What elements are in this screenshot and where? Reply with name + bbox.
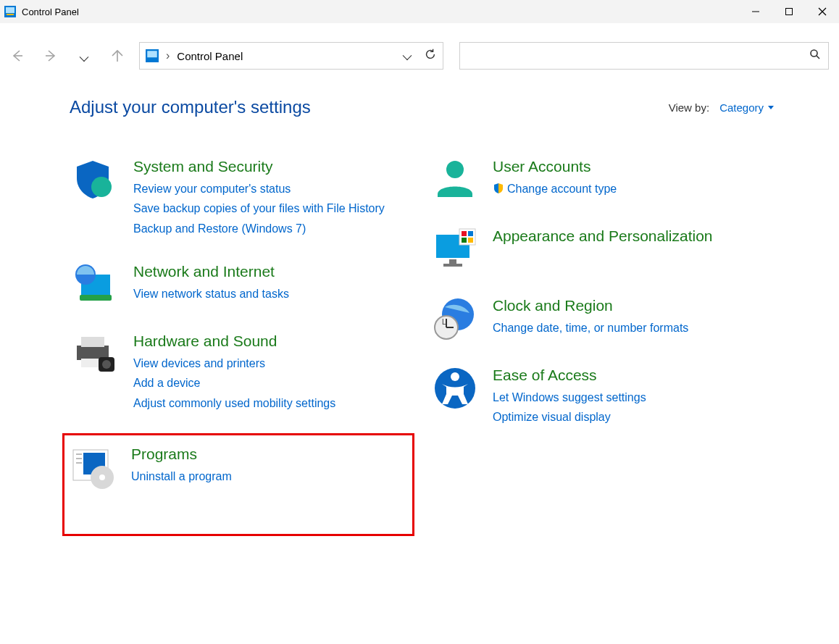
- link-mobility-settings[interactable]: Adjust commonly used mobility settings: [133, 393, 412, 413]
- svg-rect-32: [449, 259, 456, 264]
- category-ease-of-access: Ease of Access Let Windows suggest setti…: [429, 362, 774, 430]
- chevron-right-icon: ›: [166, 49, 170, 62]
- viewby-dropdown[interactable]: Category: [719, 101, 774, 114]
- title-bar: Control Panel: [0, 0, 839, 23]
- svg-rect-1: [6, 7, 14, 13]
- refresh-button[interactable]: [424, 48, 437, 64]
- category-title[interactable]: Ease of Access: [493, 365, 771, 385]
- svg-point-14: [91, 177, 112, 197]
- svg-rect-38: [468, 238, 473, 243]
- minimize-button[interactable]: [739, 0, 772, 23]
- up-button[interactable]: [110, 49, 125, 63]
- programs-icon[interactable]: [70, 444, 117, 490]
- category-title[interactable]: Clock and Region: [493, 296, 771, 315]
- svg-rect-11: [147, 51, 157, 57]
- nav-toolbar: › Control Panel: [0, 23, 839, 88]
- search-input[interactable]: [467, 50, 809, 62]
- link-change-account-type[interactable]: Change account type: [493, 179, 771, 198]
- svg-rect-4: [786, 9, 793, 15]
- svg-point-30: [446, 161, 464, 178]
- left-column: System and Security Review your computer…: [70, 154, 414, 553]
- recent-dropdown[interactable]: [77, 49, 91, 63]
- category-network-internet: Network and Internet View network status…: [70, 259, 414, 311]
- viewby-label: View by:: [669, 101, 709, 114]
- breadcrumb-text[interactable]: Control Panel: [177, 50, 395, 62]
- forward-button[interactable]: [43, 49, 58, 63]
- category-clock-region: L Clock and Region Change date, time, or…: [429, 293, 774, 345]
- svg-rect-17: [80, 295, 112, 301]
- content-area: Adjust your computer's settings View by:…: [0, 88, 839, 553]
- user-icon[interactable]: [432, 156, 478, 203]
- category-hardware-sound: Hardware and Sound View devices and prin…: [70, 328, 414, 416]
- link-date-time-formats[interactable]: Change date, time, or number formats: [493, 318, 771, 338]
- control-panel-crumb-icon: [146, 49, 159, 62]
- svg-rect-37: [462, 238, 467, 243]
- viewby-value: Category: [719, 101, 764, 114]
- link-visual-display[interactable]: Optimize visual display: [493, 407, 771, 427]
- search-icon[interactable]: [809, 49, 821, 63]
- accessibility-icon[interactable]: [432, 365, 478, 411]
- right-column: User Accounts Change account type Appear…: [429, 154, 774, 553]
- link-uninstall-program[interactable]: Uninstall a program: [131, 467, 406, 486]
- category-title[interactable]: User Accounts: [493, 156, 771, 176]
- category-system-security: System and Security Review your computer…: [70, 154, 414, 241]
- category-appearance: Appearance and Personalization: [429, 223, 774, 275]
- link-review-status[interactable]: Review your computer's status: [133, 179, 412, 198]
- svg-rect-35: [462, 231, 467, 236]
- dropdown-caret-icon: [768, 106, 774, 109]
- svg-rect-36: [468, 231, 473, 236]
- category-title[interactable]: System and Security: [133, 156, 412, 176]
- svg-rect-33: [443, 264, 462, 267]
- address-bar[interactable]: › Control Panel: [139, 42, 443, 70]
- monitor-icon[interactable]: [432, 226, 478, 272]
- window-buttons: [739, 0, 839, 23]
- category-programs: Programs Uninstall a program: [62, 433, 414, 536]
- svg-point-12: [811, 50, 817, 57]
- svg-rect-19: [81, 337, 104, 347]
- link-file-history[interactable]: Save backup copies of your files with Fi…: [133, 198, 412, 218]
- printer-icon[interactable]: [72, 331, 119, 377]
- maximize-button[interactable]: [772, 0, 806, 23]
- link-network-status[interactable]: View network status and tasks: [133, 284, 412, 304]
- svg-point-45: [451, 372, 459, 381]
- link-add-device[interactable]: Add a device: [133, 373, 412, 393]
- svg-point-22: [102, 360, 111, 369]
- clock-globe-icon[interactable]: L: [432, 296, 478, 342]
- window-title: Control Panel: [22, 7, 739, 17]
- category-title[interactable]: Network and Internet: [133, 262, 412, 281]
- control-panel-icon: [4, 6, 16, 17]
- svg-rect-2: [7, 14, 14, 15]
- address-dropdown[interactable]: [402, 48, 412, 64]
- back-button[interactable]: [10, 49, 25, 63]
- link-backup-restore[interactable]: Backup and Restore (Windows 7): [133, 219, 412, 238]
- category-title[interactable]: Programs: [131, 444, 406, 464]
- category-title[interactable]: Appearance and Personalization: [493, 226, 771, 246]
- svg-line-13: [817, 56, 819, 59]
- link-text: Change account type: [507, 183, 617, 195]
- uac-shield-icon: [493, 180, 504, 192]
- category-user-accounts: User Accounts Change account type: [429, 154, 774, 206]
- page-heading: Adjust your computer's settings: [70, 97, 669, 117]
- svg-point-29: [99, 474, 105, 480]
- shield-icon[interactable]: [72, 156, 119, 203]
- network-icon[interactable]: [72, 262, 119, 308]
- link-suggest-settings[interactable]: Let Windows suggest settings: [493, 388, 771, 407]
- link-devices-printers[interactable]: View devices and printers: [133, 354, 412, 373]
- search-bar[interactable]: [459, 42, 829, 70]
- category-title[interactable]: Hardware and Sound: [133, 331, 412, 351]
- svg-text:L: L: [442, 318, 446, 326]
- close-button[interactable]: [806, 0, 839, 23]
